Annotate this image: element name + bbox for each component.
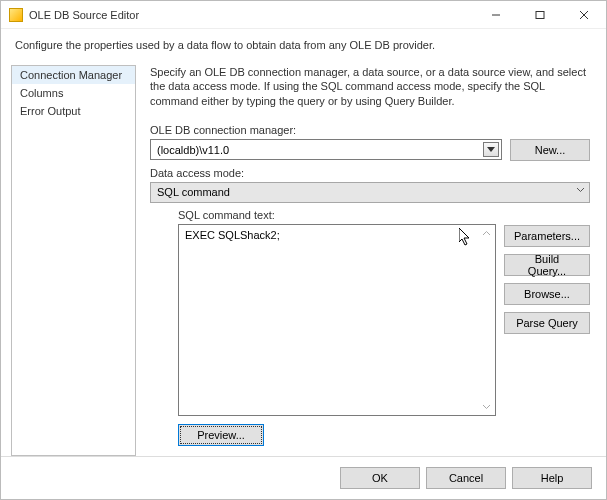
main-area: Connection Manager Columns Error Output … <box>1 55 606 456</box>
side-buttons: Parameters... Build Query... Browse... P… <box>504 209 590 416</box>
sql-area: SQL command text: Parameters... Build Qu… <box>150 209 590 416</box>
preview-button[interactable]: Preview... <box>178 424 264 446</box>
svg-rect-1 <box>536 11 544 18</box>
maximize-button[interactable] <box>518 1 562 29</box>
close-button[interactable] <box>562 1 606 29</box>
hint-text: Specify an OLE DB connection manager, a … <box>150 65 590 108</box>
sidebar-item-columns[interactable]: Columns <box>12 84 135 102</box>
new-button[interactable]: New... <box>510 139 590 161</box>
browse-button[interactable]: Browse... <box>504 283 590 305</box>
cancel-button[interactable]: Cancel <box>426 467 506 489</box>
app-icon <box>9 8 23 22</box>
sidebar-item-connection-manager[interactable]: Connection Manager <box>12 66 135 84</box>
sql-command-textarea[interactable] <box>179 225 495 415</box>
titlebar: OLE DB Source Editor <box>1 1 606 29</box>
parse-query-button[interactable]: Parse Query <box>504 312 590 334</box>
scroll-up-icon[interactable] <box>479 226 494 241</box>
help-button[interactable]: Help <box>512 467 592 489</box>
mode-label: Data access mode: <box>150 167 590 179</box>
sql-text-label: SQL command text: <box>150 209 496 221</box>
data-access-mode-value: SQL command <box>157 186 230 198</box>
parameters-button[interactable]: Parameters... <box>504 225 590 247</box>
svg-marker-4 <box>487 147 495 152</box>
footer: OK Cancel Help <box>1 456 606 499</box>
build-query-button[interactable]: Build Query... <box>504 254 590 276</box>
content-panel: Specify an OLE DB connection manager, a … <box>136 65 596 456</box>
sidebar-item-error-output[interactable]: Error Output <box>12 102 135 120</box>
conn-manager-value: (localdb)\v11.0 <box>157 144 229 156</box>
data-access-mode-combo[interactable]: SQL command <box>150 182 590 203</box>
window-controls <box>474 1 606 29</box>
scroll-down-icon[interactable] <box>479 399 494 414</box>
description-text: Configure the properties used by a data … <box>1 29 606 55</box>
sql-text-wrap <box>178 224 496 416</box>
chevron-down-icon[interactable] <box>483 142 499 157</box>
source-editor-window: OLE DB Source Editor Configure the prope… <box>0 0 607 500</box>
chevron-down-icon[interactable] <box>576 187 585 193</box>
conn-manager-combo[interactable]: (localdb)\v11.0 <box>150 139 502 160</box>
ok-button[interactable]: OK <box>340 467 420 489</box>
window-title: OLE DB Source Editor <box>29 9 474 21</box>
preview-row: Preview... <box>150 416 590 456</box>
sql-left: SQL command text: <box>150 209 496 416</box>
conn-label: OLE DB connection manager: <box>150 124 590 136</box>
minimize-button[interactable] <box>474 1 518 29</box>
sidebar: Connection Manager Columns Error Output <box>11 65 136 456</box>
